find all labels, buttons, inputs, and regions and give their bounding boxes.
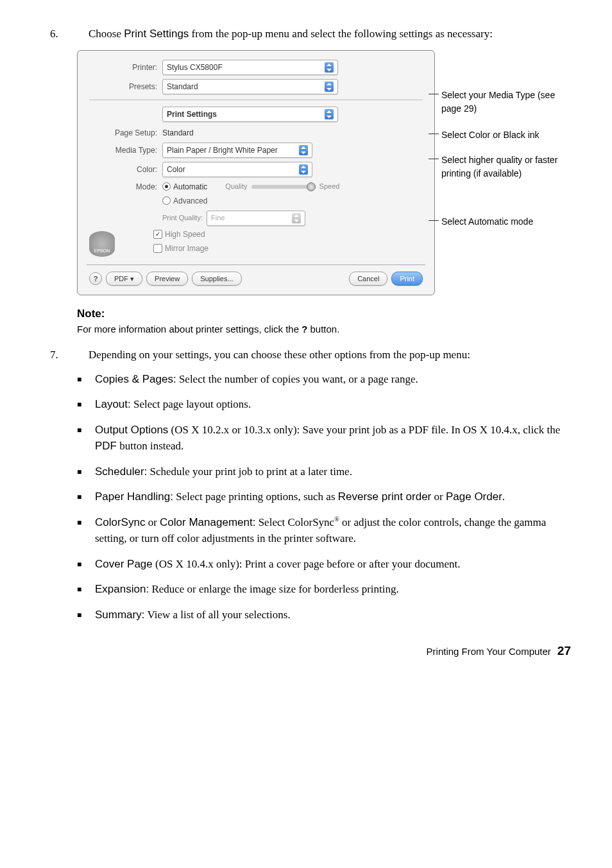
step-6-text: Choose Print Settings from the pop-up me…	[89, 26, 574, 42]
supplies-button[interactable]: Supplies...	[192, 272, 241, 286]
page-number: 27	[557, 642, 571, 661]
epson-logo: EPSON	[89, 231, 115, 257]
mirror-image-checkbox	[153, 244, 162, 253]
media-type-select[interactable]: Plain Paper / Bright White Paper	[162, 143, 312, 158]
print-button[interactable]: Print	[391, 272, 423, 286]
footer-section: Printing From Your Computer	[427, 645, 551, 659]
step-6: 6. Choose Print Settings from the pop-up…	[38, 26, 574, 42]
list-item: ■ Scheduler: Schedule your print job to …	[77, 464, 574, 480]
page-footer: Printing From Your Computer 27	[38, 642, 574, 661]
page-setup-label: Page Setup:	[89, 127, 162, 139]
note-block: Note: For more information about printer…	[77, 306, 574, 336]
printer-select[interactable]: Stylus CX5800F	[162, 60, 338, 75]
printer-label: Printer:	[89, 62, 162, 73]
section-select[interactable]: Print Settings	[162, 107, 338, 122]
list-item: ■ Summary: View a list of all your selec…	[77, 607, 574, 623]
print-settings-dialog: Printer: Stylus CX5800F Presets: Standar…	[77, 50, 435, 296]
dropdown-arrows-icon	[299, 145, 308, 155]
list-item: ■ Output Options (OS X 10.2.x or 10.3.x …	[77, 422, 574, 455]
step-7: 7. Depending on your settings, you can c…	[38, 347, 574, 363]
list-item: ■ Cover Page (OS X 10.4.x only): Print a…	[77, 556, 574, 573]
dropdown-arrows-icon	[325, 82, 334, 92]
quality-speed-slider[interactable]	[251, 185, 316, 189]
color-select[interactable]: Color	[162, 162, 312, 177]
mode-advanced-radio[interactable]	[162, 196, 171, 205]
step-6-number: 6.	[38, 26, 89, 42]
mode-label: Mode:	[89, 181, 162, 193]
media-type-label: Media Type:	[89, 144, 162, 156]
list-item: ■ Copies & Pages: Select the number of c…	[77, 371, 574, 388]
page-setup-value: Standard	[162, 127, 194, 139]
preview-button[interactable]: Preview	[146, 272, 188, 286]
list-item: ■ Layout: Select page layout options.	[77, 396, 574, 413]
help-button[interactable]: ?	[89, 272, 102, 285]
slider-thumb[interactable]	[307, 182, 316, 191]
dropdown-arrows-icon	[325, 109, 334, 119]
note-title: Note:	[77, 306, 574, 322]
presets-select[interactable]: Standard	[162, 79, 338, 94]
bullet-list: ■ Copies & Pages: Select the number of c…	[77, 371, 574, 623]
callouts: Select your Media Type (see page 29) Sel…	[441, 50, 574, 240]
mode-automatic-radio[interactable]	[162, 182, 171, 191]
dropdown-arrows-icon	[299, 164, 308, 175]
presets-label: Presets:	[89, 81, 162, 92]
color-label: Color:	[89, 164, 162, 175]
step-7-text: Depending on your settings, you can choo…	[89, 347, 574, 363]
dropdown-arrows-icon	[292, 213, 301, 223]
pdf-button[interactable]: PDF ▾	[106, 272, 142, 286]
list-item: ■ Expansion: Reduce or enlarge the image…	[77, 581, 574, 598]
cancel-button[interactable]: Cancel	[349, 272, 387, 286]
high-speed-checkbox: ✓	[153, 230, 162, 239]
list-item: ■ ColorSync or Color Management: Select …	[77, 514, 574, 547]
print-quality-select: Fine	[207, 211, 305, 226]
dropdown-arrows-icon	[325, 62, 334, 73]
list-item: ■ Paper Handling: Select page printing o…	[77, 489, 574, 505]
step-7-number: 7.	[38, 347, 89, 363]
